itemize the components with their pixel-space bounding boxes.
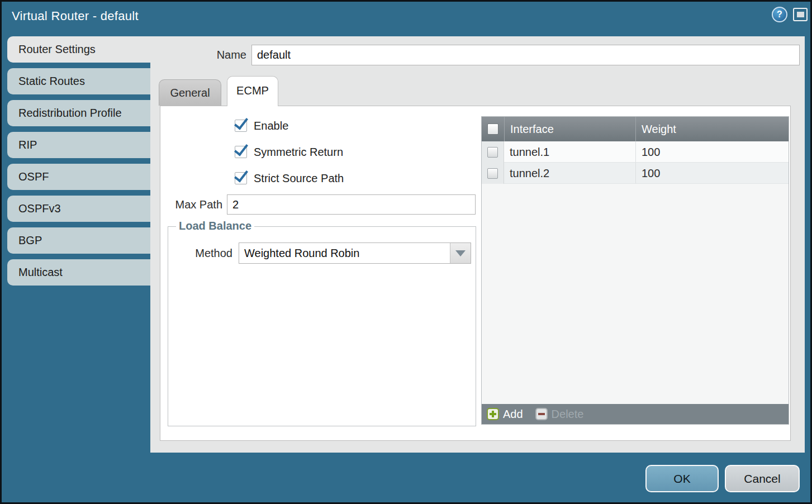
sidebar-item-bgp[interactable]: BGP	[7, 227, 150, 254]
sidebar-item-static-routes[interactable]: Static Routes	[7, 68, 150, 94]
sidebar-item-multicast[interactable]: Multicast	[7, 259, 150, 286]
method-dropdown-button[interactable]	[450, 243, 471, 263]
strict-source-path-checkbox[interactable]	[235, 172, 247, 184]
max-path-label: Max Path	[158, 198, 222, 211]
method-selected-value: Weighted Round Robin	[244, 243, 359, 263]
virtual-router-dialog: Virtual Router - default ? Router Settin…	[0, 0, 812, 504]
column-header-weight[interactable]: Weight	[635, 117, 789, 141]
tab-general[interactable]: General	[159, 79, 221, 106]
sidebar-item-redistribution-profile[interactable]: Redistribution Profile	[7, 100, 150, 126]
minus-icon	[535, 408, 548, 420]
row-checkbox-cell	[482, 141, 504, 163]
table-header: Interface Weight	[482, 117, 789, 141]
table-footer: Add Delete	[482, 404, 789, 424]
row-checkbox[interactable]	[487, 168, 498, 179]
window-icon-inner	[797, 12, 804, 17]
sidebar-item-rip[interactable]: RIP	[7, 132, 150, 158]
interface-weight-table: Interface Weight tunnel.1 100 tunnel.2 1…	[481, 116, 789, 425]
sidebar-item-router-settings[interactable]: Router Settings	[7, 36, 150, 63]
row-checkbox-cell	[482, 163, 504, 184]
method-label: Method	[170, 247, 232, 260]
table-row[interactable]: tunnel.1 100	[482, 141, 789, 163]
max-path-input[interactable]	[227, 194, 476, 215]
add-button[interactable]: Add	[487, 408, 523, 421]
name-input[interactable]	[251, 45, 800, 65]
window-icon[interactable]	[793, 8, 808, 21]
cell-interface: tunnel.2	[504, 163, 635, 184]
chevron-down-icon	[455, 250, 466, 256]
name-label: Name	[192, 49, 246, 61]
table-row[interactable]: tunnel.2 100	[482, 163, 789, 184]
plus-icon	[487, 408, 499, 420]
symmetric-return-checkbox[interactable]	[235, 146, 247, 158]
cell-interface: tunnel.1	[504, 141, 635, 163]
select-all-checkbox[interactable]	[487, 123, 498, 135]
delete-button-label: Delete	[552, 408, 584, 421]
tab-ecmp[interactable]: ECMP	[227, 76, 278, 106]
load-balance-legend: Load Balance	[176, 220, 254, 232]
symmetric-return-label[interactable]: Symmetric Return	[254, 146, 343, 159]
strict-source-path-label[interactable]: Strict Source Path	[254, 172, 344, 185]
delete-button[interactable]: Delete	[535, 408, 584, 421]
help-icon[interactable]: ?	[772, 7, 787, 22]
table-empty-area	[482, 184, 789, 404]
cell-weight: 100	[635, 163, 789, 184]
header-checkbox-cell	[482, 117, 504, 141]
column-header-interface[interactable]: Interface	[504, 117, 635, 141]
cell-weight: 100	[635, 141, 789, 163]
sidebar: Router Settings Static Routes Redistribu…	[7, 36, 150, 286]
ok-button[interactable]: OK	[645, 465, 719, 492]
enable-label[interactable]: Enable	[254, 120, 288, 132]
row-checkbox[interactable]	[487, 147, 498, 158]
sidebar-item-ospf[interactable]: OSPF	[7, 164, 150, 190]
cancel-button[interactable]: Cancel	[725, 465, 800, 492]
sidebar-item-ospfv3[interactable]: OSPFv3	[7, 196, 150, 222]
enable-checkbox[interactable]	[235, 120, 247, 132]
add-button-label: Add	[503, 408, 523, 421]
dialog-title: Virtual Router - default	[12, 9, 139, 23]
load-balance-group: Load Balance Method Weighted Round Robin	[168, 226, 476, 426]
method-select[interactable]: Weighted Round Robin	[239, 243, 471, 264]
